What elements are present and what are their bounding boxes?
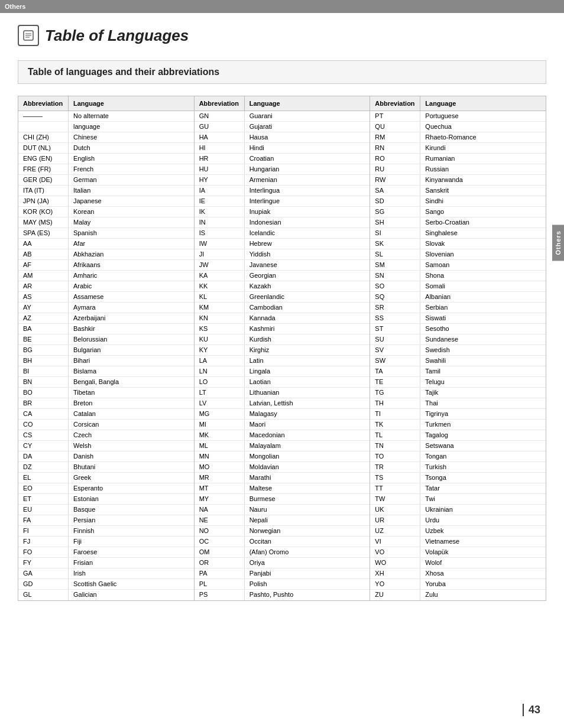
lang-cell: Esperanto: [69, 483, 194, 493]
abbr-cell: MG: [195, 409, 245, 419]
table-row: RORumanian: [370, 154, 546, 164]
abbr-cell: PS: [195, 590, 245, 600]
lang-cell: Burmese: [245, 494, 370, 504]
lang-cell: Assamese: [69, 292, 194, 302]
abbr-cell: UZ: [370, 526, 420, 536]
lang-cell: Latvian, Lettish: [245, 398, 370, 408]
lang-cell: Shona: [420, 271, 546, 281]
abbr-cell: KS: [195, 324, 245, 334]
lang-cell: French: [69, 164, 194, 174]
table-row: URUrdu: [370, 515, 546, 526]
table-row: SSSiswati: [370, 313, 546, 324]
lang-cell: Greenlandic: [245, 292, 370, 302]
lang-cell: Japanese: [69, 196, 194, 206]
lang-cell: Slovenian: [420, 249, 546, 259]
abbr-cell: TE: [370, 377, 420, 387]
table-row: FJFiji: [18, 537, 194, 547]
col-abbr-header-2: Abbreviation: [370, 96, 420, 110]
lang-cell: Tongan: [420, 451, 546, 462]
lang-cell: Interlingua: [245, 186, 370, 196]
table-row: LVLatvian, Lettish: [195, 398, 370, 409]
table-row: TNSetswana: [370, 441, 546, 451]
table-row: SRSerbian: [370, 303, 546, 313]
table-row: MTMaltese: [195, 483, 370, 494]
abbr-cell: JI: [195, 249, 245, 259]
lang-cell: Singhalese: [420, 228, 546, 238]
abbr-cell: CA: [18, 409, 69, 419]
lang-cell: Azerbaijani: [69, 313, 194, 323]
table-row: ETEstonian: [18, 494, 194, 505]
table-row: WOWolof: [370, 558, 546, 568]
lang-cell: Vietnamese: [420, 537, 546, 547]
abbr-cell: SK: [370, 239, 420, 249]
lang-cell: Chinese: [69, 132, 194, 142]
section-header-text: Table of languages and their abbreviatio…: [28, 67, 219, 77]
abbr-cell: GD: [18, 579, 69, 589]
table-row: XHXhosa: [370, 568, 546, 579]
abbr-cell: PA: [195, 568, 245, 578]
table-row: SDSindhi: [370, 196, 546, 207]
lang-cell: Interlingue: [245, 196, 370, 206]
lang-cell: Sundanese: [420, 334, 546, 344]
table-row: AZAzerbaijani: [18, 313, 194, 324]
abbr-cell: BG: [18, 345, 69, 355]
abbr-cell: GU: [195, 122, 245, 132]
side-tab: Others: [552, 225, 564, 261]
abbr-cell: LT: [195, 388, 245, 398]
page-title: Table of Languages: [45, 27, 189, 45]
lang-cell: Kirundi: [420, 143, 546, 153]
lang-cell: Bislama: [69, 366, 194, 376]
abbr-cell: HY: [195, 175, 245, 185]
table-row: PTPortuguese: [370, 111, 546, 122]
lang-cell: Cambodian: [245, 303, 370, 313]
lang-cell: Arabic: [69, 281, 194, 291]
abbr-cell: ITA (IT): [18, 186, 69, 196]
lang-cell: Moldavian: [245, 462, 370, 472]
table-row: MIMaori: [195, 420, 370, 430]
abbr-cell: MAY (MS): [18, 217, 69, 228]
lang-cell: Estonian: [69, 494, 194, 504]
lang-cell: Breton: [69, 398, 194, 408]
abbr-cell: VO: [370, 547, 420, 557]
abbr-cell: XH: [370, 568, 420, 578]
lang-cell: Malay: [69, 217, 194, 228]
table-row: HYArmenian: [195, 175, 370, 186]
table-row: STSesotho: [370, 324, 546, 334]
abbr-cell: BR: [18, 398, 69, 408]
abbr-cell: SS: [370, 313, 420, 323]
abbr-cell: FRE (FR): [18, 164, 69, 174]
abbr-cell: GN: [195, 111, 245, 121]
lang-cell: Wolof: [420, 558, 546, 568]
table-row: JIYiddish: [195, 249, 370, 260]
table-row: AAAfar: [18, 239, 194, 249]
lang-cell: Lingala: [245, 366, 370, 376]
abbr-cell: LA: [195, 356, 245, 366]
lang-cell: Telugu: [420, 377, 546, 387]
abbr-cell: AS: [18, 292, 69, 302]
lang-cell: Dutch: [69, 143, 194, 153]
table-row: GER (DE)German: [18, 175, 194, 186]
table-row: RWKinyarwanda: [370, 175, 546, 186]
abbr-cell: IK: [195, 207, 245, 217]
abbr-cell: MR: [195, 473, 245, 483]
lang-cell: Amharic: [69, 271, 194, 281]
abbr-cell: KM: [195, 303, 245, 313]
table-row: VOVolapük: [370, 547, 546, 558]
abbr-cell: OC: [195, 537, 245, 547]
lang-cell: Slovak: [420, 239, 546, 249]
table-row: IKInupiak: [195, 207, 370, 217]
table-row: THThai: [370, 398, 546, 409]
lang-cell: Javanese: [245, 260, 370, 270]
lang-cell: Kashmiri: [245, 324, 370, 334]
lang-cell: Tsonga: [420, 473, 546, 483]
lang-cell: Tamil: [420, 366, 546, 376]
lang-cell: Polish: [245, 579, 370, 589]
table-row: YOYoruba: [370, 579, 546, 590]
table-row: CHI (ZH)Chinese: [18, 132, 194, 143]
lang-cell: Occitan: [245, 537, 370, 547]
abbr-cell: SH: [370, 217, 420, 228]
lang-cell: Turkmen: [420, 420, 546, 430]
lang-cell: Afar: [69, 239, 194, 249]
lang-cell: Bulgarian: [69, 345, 194, 355]
abbr-cell: TI: [370, 409, 420, 419]
